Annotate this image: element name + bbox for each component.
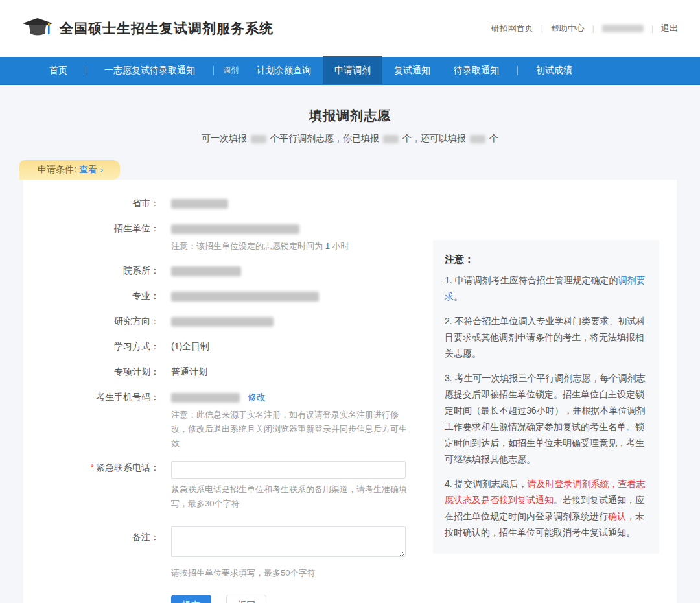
apply-condition-badge: 申请条件: 查看 ›	[19, 160, 120, 180]
apply-condition-label: 申请条件:	[38, 164, 76, 176]
nav-retest-notice[interactable]: 复试通知	[382, 56, 442, 84]
direction-value-redacted	[171, 317, 274, 327]
note-text: 小时	[332, 241, 349, 251]
major-value-redacted	[171, 292, 319, 302]
subtitle-text: 个，还可以填报	[402, 133, 466, 143]
header-links: 研招网首页 | 帮助中心 | | 退出	[491, 23, 678, 34]
nav-exam-score[interactable]: 初试成绩	[524, 56, 584, 84]
page-head: 填报调剂志愿 可一次填报个平行调剂志愿，你已填报个，还可以填报个	[0, 85, 700, 145]
submit-button[interactable]: 提交	[171, 595, 211, 603]
notice-item-1: 1. 申请调剂考生应符合招生管理规定确定的调剂要求。	[445, 272, 648, 305]
notice-title: 注意：	[445, 251, 648, 267]
emergency-phone-input[interactable]	[171, 461, 406, 479]
nav-home[interactable]: 首页	[38, 56, 79, 84]
subtitle-text: 个平行调剂志愿，你已填报	[270, 133, 379, 143]
link-logout[interactable]: 退出	[661, 23, 678, 34]
nav-apply-tiaoji[interactable]: 申请调剂	[323, 56, 382, 84]
phone-note: 注意：此信息来源于实名注册，如有误请登录实名注册进行修改，修改后退出系统且关闭浏…	[171, 408, 410, 451]
notice-text: 4. 提交调剂志愿后，	[445, 479, 528, 489]
modify-phone-link[interactable]: 修改	[248, 392, 266, 402]
remark-label: 备注：	[47, 526, 159, 561]
page-subtitle: 可一次填报个平行调剂志愿，你已填报个，还可以填报个	[0, 133, 700, 145]
major-label: 专业：	[47, 289, 159, 303]
nav-plan-query[interactable]: 计划余额查询	[245, 56, 323, 84]
divider: |	[651, 24, 653, 33]
emergency-label: *紧急联系电话：	[47, 461, 159, 479]
nav-first-choice-notice[interactable]: 一志愿复试待录取通知	[93, 56, 207, 84]
lock-hours-value: 1	[325, 241, 330, 251]
form-row-direction: 研究方向：	[47, 314, 412, 328]
notice-text: 1. 申请调剂考生应符合招生管理规定确定的	[445, 275, 618, 285]
department-label: 院系所：	[47, 264, 159, 278]
link-help-center[interactable]: 帮助中心	[551, 23, 585, 34]
form-row-unit: 招生单位：	[47, 222, 412, 235]
graduation-cap-icon	[22, 17, 53, 40]
notice-item-4: 4. 提交调剂志愿后，请及时登录调剂系统，查看志愿状态及是否接到复试通知。若接到…	[445, 476, 648, 541]
province-value-redacted	[171, 199, 228, 209]
unit-lock-note: 注意：该招生单位设定的志愿锁定时间为 1 小时	[171, 239, 410, 254]
emergency-label-text: 紧急联系电话：	[96, 462, 159, 473]
subtitle-text: 可一次填报	[202, 133, 247, 143]
page-title: 填报调剂志愿	[0, 107, 700, 124]
tiaoji-form: 省市： 招生单位： 注意：该招生单位设定的志愿锁定时间为 1 小时 院系所： 专…	[23, 196, 412, 603]
unit-label: 招生单位：	[47, 222, 159, 235]
unit-value-redacted	[171, 224, 299, 234]
form-row-emergency: *紧急联系电话：	[47, 461, 412, 479]
header: 全国硕士生招生复试调剂服务系统 研招网首页 | 帮助中心 | | 退出	[0, 0, 700, 57]
view-condition-link[interactable]: 查看	[79, 164, 97, 176]
divider: |	[592, 24, 594, 33]
emergency-help: 紧急联系电话是招生单位和考生联系的备用渠道，请考生准确填写，最多30个字符	[171, 482, 410, 511]
remark-help: 请按招生单位要求填写，最多50个字符	[171, 566, 410, 580]
note-text: 注意：该招生单位设定的志愿锁定时间为	[171, 241, 323, 251]
form-row-phone: 考生手机号码： 修改	[47, 390, 412, 404]
form-row-major: 专业：	[47, 289, 412, 303]
app-title: 全国硕士生招生复试调剂服务系统	[60, 19, 274, 38]
main-nav: 首页 一志愿复试待录取通知 调剂 计划余额查询 申请调剂 复试通知 待录取通知 …	[0, 57, 700, 85]
notice-panel: 注意： 1. 申请调剂考生应符合招生管理规定确定的调剂要求。 2. 不符合招生单…	[433, 240, 659, 554]
divider	[213, 66, 214, 75]
redacted-count-filled	[383, 135, 399, 143]
notice-item-3: 3. 考生可一次填报三个平行调剂志愿，每个调剂志愿提交后即被招生单位锁定。招生单…	[445, 370, 648, 467]
special-plan-value: 普通计划	[171, 365, 207, 379]
back-button[interactable]: 返回	[226, 595, 266, 603]
phone-value-redacted	[171, 393, 240, 403]
redacted-count-remaining	[470, 135, 485, 143]
form-row-remark: 备注：	[47, 526, 412, 561]
department-value-redacted	[171, 266, 241, 276]
direction-label: 研究方向：	[47, 314, 159, 328]
phone-label: 考生手机号码：	[47, 390, 159, 404]
special-plan-label: 专项计划：	[47, 365, 159, 379]
redacted-count-total	[251, 135, 266, 143]
form-row-province: 省市：	[47, 196, 412, 210]
study-mode-label: 学习方式：	[47, 340, 159, 353]
nav-admission-notice[interactable]: 待录取通知	[442, 56, 511, 84]
divider: |	[541, 24, 543, 33]
notice-text: 。	[454, 291, 463, 302]
notice-item-2: 2. 不符合招生单位调入专业学科门类要求、初试科目要求或其他调剂申请条件的考生，…	[445, 313, 648, 362]
remark-textarea[interactable]	[171, 526, 406, 557]
form-row-department: 院系所：	[47, 264, 412, 278]
form-card: 省市： 招生单位： 注意：该招生单位设定的志愿锁定时间为 1 小时 院系所： 专…	[23, 180, 677, 603]
chevron-right-icon: ›	[100, 165, 103, 174]
province-label: 省市：	[47, 196, 159, 210]
form-buttons: 提交 返回	[171, 595, 412, 603]
link-yanzhao-home[interactable]: 研招网首页	[491, 23, 533, 34]
nav-group-label-tiaoji: 调剂	[223, 65, 239, 76]
form-row-special-plan: 专项计划： 普通计划	[47, 365, 412, 379]
divider	[517, 66, 518, 75]
notice-warning-text: 确认	[608, 511, 626, 521]
username-redacted	[602, 25, 644, 32]
subtitle-text: 个	[489, 133, 498, 143]
required-asterisk: *	[91, 462, 94, 473]
form-row-study-mode: 学习方式： (1)全日制	[47, 340, 412, 353]
study-mode-value: (1)全日制	[171, 340, 209, 353]
divider	[86, 66, 86, 75]
